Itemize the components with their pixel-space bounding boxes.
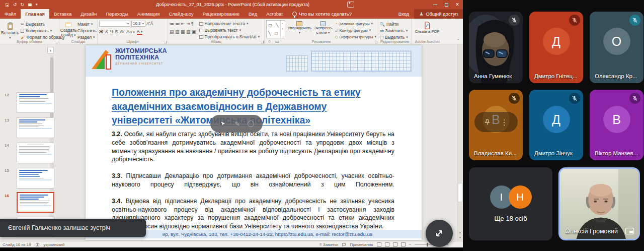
- find-button[interactable]: 🔍 Найти: [380, 21, 410, 27]
- align-buttons[interactable]: ▤ ▥ ▦ ▧ ▣: [170, 28, 196, 35]
- bold-button[interactable]: Ж: [99, 29, 103, 34]
- shape-outline-button[interactable]: ▱ Контур фигуры: [335, 27, 376, 33]
- undo-icon[interactable]: ↺: [13, 2, 17, 7]
- align-text-button[interactable]: Выровнять текст: [199, 27, 260, 33]
- expand-screen-button[interactable]: [426, 220, 453, 247]
- tile-hover-controls[interactable]: ⋮: [474, 112, 518, 132]
- layout-button[interactable]: Макет: [77, 21, 97, 27]
- paragraph-dialog-launcher[interactable]: [261, 41, 264, 43]
- tab-transitions[interactable]: Переходы: [101, 9, 133, 19]
- view-reading-icon[interactable]: [393, 242, 397, 246]
- font-size-combo[interactable]: 16,3: [131, 21, 145, 27]
- tab-view[interactable]: Вид: [244, 9, 262, 19]
- font-dialog-launcher[interactable]: [165, 41, 167, 43]
- shapes-gallery[interactable]: ◻ ╲ ╲ □ ○ ▭ △ ◇ ( ) ☆ ▴▾: [266, 20, 285, 38]
- italic-button[interactable]: К: [105, 29, 108, 34]
- close-button[interactable]: ✕: [452, 0, 463, 9]
- slide-body-text[interactable]: 3.2. Особи, які набули статус здобувачів…: [112, 130, 394, 239]
- redo-icon[interactable]: ↻: [21, 2, 25, 7]
- avatar: Д: [543, 28, 570, 55]
- next-slide-arrow[interactable]: ▼: [457, 236, 463, 239]
- view-slideshow-icon[interactable]: [401, 242, 406, 246]
- tell-me-box[interactable]: Что вы хотите сделать?: [287, 9, 357, 19]
- view-sorter-icon[interactable]: [385, 242, 389, 246]
- thumbnail-slide-15[interactable]: [17, 168, 54, 189]
- strikethrough-button[interactable]: S: [115, 29, 118, 34]
- participant-name: Анна Гуменюк: [474, 73, 512, 79]
- ribbon-display-options-icon[interactable]: [347, 2, 354, 8]
- save-icon[interactable]: [5, 3, 10, 7]
- zoom-out-button[interactable]: −: [409, 242, 412, 247]
- tab-insert[interactable]: Вставка: [49, 9, 76, 19]
- drawing-dialog-launcher[interactable]: [375, 41, 377, 43]
- tab-slideshow[interactable]: Слайд-шоу: [164, 9, 198, 19]
- comments-toggle[interactable]: Примечания: [350, 242, 373, 247]
- minimize-button[interactable]: [430, 0, 441, 9]
- arrange-button[interactable]: Упорядочить: [288, 20, 311, 35]
- participant-tile-viktor[interactable]: В Віктор Манзев...: [590, 90, 643, 160]
- slide-16[interactable]: ЖИТОМИРСЬКА ПОЛІТЕХНІКА ДЕРЖАВНИЙ УНІВЕР…: [86, 45, 422, 240]
- paste-button[interactable]: Вставить: [2, 20, 19, 40]
- cursor-icon[interactable]: [219, 120, 227, 128]
- start-slideshow-icon[interactable]: [28, 3, 32, 7]
- create-pdf-button[interactable]: Create a PDF: [413, 20, 441, 34]
- prev-slide-arrow[interactable]: ▲: [457, 231, 463, 234]
- pin-icon[interactable]: [484, 118, 491, 126]
- change-case-button[interactable]: Aa: [126, 29, 134, 34]
- more-options-icon[interactable]: ⋮: [501, 118, 508, 126]
- sign-in-link[interactable]: Вход: [393, 11, 415, 17]
- shrink-font-icon[interactable]: А̌: [150, 21, 153, 26]
- tab-animations[interactable]: Анимация: [133, 9, 165, 19]
- tab-design[interactable]: Дизайн: [76, 9, 101, 19]
- text-direction-button[interactable]: Направление текста: [199, 21, 260, 27]
- tab-review[interactable]: Рецензирование: [198, 9, 244, 19]
- underline-button[interactable]: Ч: [110, 29, 113, 34]
- collapse-ribbon-icon[interactable]: ⌃: [456, 38, 460, 43]
- shape-fill-button[interactable]: ◔ Заливка фигуры: [335, 21, 376, 27]
- slide-scrollbar[interactable]: ▲ ▼: [457, 44, 462, 241]
- participant-tile-vladyslav[interactable]: В ⋮ Владислав Ки...: [469, 90, 523, 160]
- participant-tile-oleksii-active[interactable]: Олексій Громовий: [558, 167, 640, 240]
- comments-icon[interactable]: [342, 242, 346, 247]
- new-slide-icon: [64, 21, 72, 28]
- reset-button[interactable]: Сбросить: [77, 28, 97, 34]
- language-indicator[interactable]: украинский: [44, 242, 65, 247]
- participant-tile-dmytro-h[interactable]: Д Дмитро Гнітец...: [529, 12, 583, 83]
- restore-button[interactable]: [441, 0, 452, 9]
- tab-file[interactable]: Файл: [0, 9, 21, 19]
- meeting-toast: Євгеній Гальченко залишає зустріч: [0, 219, 146, 237]
- participant-tile-oleksandr[interactable]: О Олександр Кр...: [590, 12, 643, 83]
- picture-in-picture-icon[interactable]: [625, 228, 634, 234]
- grow-font-icon[interactable]: А̂: [146, 21, 149, 26]
- replace-button[interactable]: ab Заменить: [380, 28, 410, 34]
- qat-customize-icon[interactable]: ▾: [36, 3, 38, 7]
- thumbnail-slide-13[interactable]: [17, 117, 54, 138]
- pen-icon[interactable]: ✎: [234, 120, 240, 128]
- participant-tile-dmytro-z[interactable]: Д Дмитро Зінчук: [529, 90, 583, 160]
- cut-button[interactable]: ✂ Вырезать: [21, 21, 65, 27]
- participant-tile-anna[interactable]: Анна Гуменюк: [469, 12, 523, 83]
- tab-acrobat[interactable]: Acrobat: [262, 9, 287, 19]
- thumbnail-slide-12[interactable]: [17, 92, 54, 113]
- quick-styles-button[interactable]: Экспресс-стили: [313, 20, 332, 35]
- more-participants-tile[interactable]: І Н Ще 18 осіб: [469, 167, 552, 240]
- presenter-pointer-toolbar[interactable]: ✎: [210, 115, 263, 133]
- font-color-button[interactable]: A: [137, 29, 142, 35]
- char-spacing-button[interactable]: AV: [120, 30, 124, 33]
- spellcheck-book-icon[interactable]: [35, 242, 40, 247]
- new-slide-button[interactable]: Создать слайд: [61, 20, 76, 40]
- font-name-combo[interactable]: [99, 21, 130, 27]
- thumbnails-scroll-up[interactable]: ▲: [47, 47, 54, 53]
- shapes-gallery-scrollbar[interactable]: ▴▾: [280, 21, 285, 38]
- view-normal-icon[interactable]: [377, 242, 381, 246]
- copy-button[interactable]: Копировать: [21, 28, 65, 34]
- list-buttons[interactable]: ≔ ≕ ⇤ ⇥ ¶: [170, 20, 196, 27]
- tab-home[interactable]: Главная: [21, 9, 49, 19]
- scrollbar-thumb[interactable]: [458, 183, 462, 202]
- thumbnail-slide-16-selected[interactable]: [17, 192, 54, 213]
- clipboard-dialog-launcher[interactable]: [56, 41, 58, 43]
- laser-circle-icon[interactable]: [248, 120, 254, 127]
- share-button[interactable]: Общий доступ: [414, 9, 463, 19]
- thumbnail-slide-14[interactable]: [17, 143, 54, 163]
- notes-toggle[interactable]: ≡ Заметки: [319, 242, 339, 247]
